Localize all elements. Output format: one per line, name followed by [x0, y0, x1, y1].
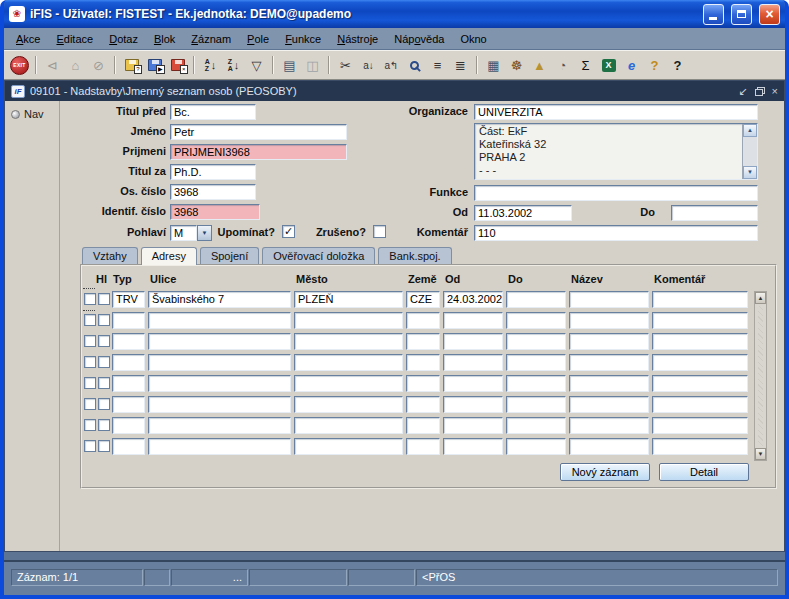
- row-checkbox[interactable]: [98, 419, 110, 431]
- cell-ulice[interactable]: [148, 375, 291, 392]
- row-checkbox[interactable]: [98, 314, 110, 326]
- cell-zeme[interactable]: [406, 417, 440, 434]
- minimize-button[interactable]: [703, 4, 724, 25]
- cell-ulice[interactable]: [148, 417, 291, 434]
- find-icon[interactable]: [403, 54, 426, 76]
- cell-do[interactable]: [506, 354, 566, 371]
- address-scrollbar[interactable]: ▲ ▼: [742, 124, 757, 179]
- cell-ulice[interactable]: [148, 333, 291, 350]
- row-checkbox[interactable]: [98, 440, 110, 452]
- row-checkbox[interactable]: [84, 377, 96, 389]
- cell-nazev[interactable]: [569, 396, 649, 413]
- gauge-icon[interactable]: ◔: [551, 54, 574, 76]
- row-checkbox[interactable]: [84, 356, 96, 368]
- title-bar[interactable]: ❀ iFIS - Uživatel: FISTEST - Ek.jednotka…: [4, 0, 785, 28]
- cell-ulice[interactable]: [148, 354, 291, 371]
- cell-nazev[interactable]: [569, 333, 649, 350]
- cell-od[interactable]: [443, 375, 503, 392]
- cell-zeme[interactable]: [406, 438, 440, 455]
- od-input[interactable]: 11.03.2002: [474, 205, 572, 221]
- row-checkbox[interactable]: [84, 293, 96, 305]
- menu-item-okno[interactable]: Okno: [452, 30, 494, 48]
- save-query-icon[interactable]: ?: [120, 54, 143, 76]
- cell-typ[interactable]: [112, 312, 145, 329]
- row-checkbox[interactable]: [84, 314, 96, 326]
- message-send-icon[interactable]: ⊲: [41, 54, 64, 76]
- cell-komentar[interactable]: [652, 396, 748, 413]
- organizace-input[interactable]: UNIVERZITA: [474, 104, 758, 120]
- cell-typ[interactable]: [112, 438, 145, 455]
- message-cancel-icon[interactable]: ⊘: [87, 54, 110, 76]
- tab-spojeni[interactable]: Spojení: [200, 247, 259, 264]
- menu-item-akce[interactable]: Akce: [8, 30, 48, 48]
- do-input[interactable]: [671, 205, 758, 221]
- browser-icon[interactable]: e: [620, 54, 643, 76]
- user-help-icon[interactable]: ?: [643, 54, 666, 76]
- cell-nazev[interactable]: [569, 354, 649, 371]
- mdi-close-icon[interactable]: ×: [772, 85, 778, 97]
- detail-button[interactable]: Detail: [659, 463, 749, 481]
- row-checkbox[interactable]: [98, 293, 110, 305]
- cancel-query-icon[interactable]: ×: [166, 54, 189, 76]
- cell-typ[interactable]: [112, 417, 145, 434]
- mdi-minimize-icon[interactable]: ↙: [738, 85, 747, 98]
- cell-komentar[interactable]: [652, 312, 748, 329]
- cell-nazev[interactable]: [569, 438, 649, 455]
- cell-komentar[interactable]: [652, 354, 748, 371]
- record-list-icon[interactable]: ≡: [426, 54, 449, 76]
- cut-icon[interactable]: ✂: [334, 54, 357, 76]
- organizace-address-box[interactable]: Část: EkFKateřinská 32PRAHA 2- - - ▲ ▼: [474, 123, 758, 180]
- menu-item-pole[interactable]: Pole: [239, 30, 277, 48]
- titul-pred-input[interactable]: Bc.: [170, 104, 256, 120]
- cell-od[interactable]: 24.03.2002: [443, 291, 503, 308]
- context-help-icon[interactable]: ?: [666, 54, 689, 76]
- alert-icon[interactable]: ▲: [528, 54, 551, 76]
- cell-komentar[interactable]: [652, 438, 748, 455]
- row-checkbox[interactable]: [98, 356, 110, 368]
- cell-mesto[interactable]: PLZEŇ: [294, 291, 403, 308]
- cell-mesto[interactable]: [294, 354, 403, 371]
- funkce-input[interactable]: [474, 185, 758, 201]
- cell-nazev[interactable]: [569, 312, 649, 329]
- cell-komentar[interactable]: [652, 291, 748, 308]
- message-home-icon[interactable]: ⌂: [64, 54, 87, 76]
- cell-do[interactable]: [506, 396, 566, 413]
- cell-typ[interactable]: TRV: [112, 291, 145, 308]
- cell-ulice[interactable]: Švabinského 7: [148, 291, 291, 308]
- tab-overovacidolozka[interactable]: Ověřovací doložka: [262, 247, 375, 264]
- scroll-down-icon[interactable]: ▼: [743, 166, 757, 179]
- row-checkbox[interactable]: [84, 398, 96, 410]
- cell-od[interactable]: [443, 333, 503, 350]
- sort-ascending-icon[interactable]: AZ↓: [199, 54, 222, 76]
- identif-cislo-input[interactable]: 3968: [170, 204, 260, 220]
- row-checkbox[interactable]: [98, 377, 110, 389]
- new-record-button[interactable]: Nový záznam: [560, 463, 650, 481]
- cell-typ[interactable]: [112, 396, 145, 413]
- helm-icon[interactable]: ☸: [505, 54, 528, 76]
- cell-do[interactable]: [506, 375, 566, 392]
- cell-ulice[interactable]: [148, 438, 291, 455]
- prijmeni-input[interactable]: PRIJMENI3968: [170, 144, 347, 160]
- titul-za-input[interactable]: Ph.D.: [170, 164, 256, 180]
- nav-item[interactable]: Nav: [5, 108, 59, 120]
- copy-field-icon[interactable]: a↓: [357, 54, 380, 76]
- cell-nazev[interactable]: [569, 417, 649, 434]
- block-list-icon[interactable]: ≣: [449, 54, 472, 76]
- exit-icon[interactable]: EXIT: [8, 54, 31, 76]
- os-cislo-input[interactable]: 3968: [170, 184, 256, 200]
- cell-mesto[interactable]: [294, 396, 403, 413]
- cell-mesto[interactable]: [294, 417, 403, 434]
- copy-record-icon[interactable]: a↰: [380, 54, 403, 76]
- cell-od[interactable]: [443, 396, 503, 413]
- cell-komentar[interactable]: [652, 417, 748, 434]
- row-checkbox[interactable]: [98, 335, 110, 347]
- cell-typ[interactable]: [112, 375, 145, 392]
- menu-item-napoveda[interactable]: Nápověda: [386, 30, 452, 48]
- mdi-restore-icon[interactable]: [755, 87, 765, 96]
- cell-do[interactable]: [506, 291, 566, 308]
- menu-item-zaznam[interactable]: Záznam: [183, 30, 239, 48]
- print-preview-icon[interactable]: ◫: [301, 54, 324, 76]
- cell-do[interactable]: [506, 438, 566, 455]
- cell-zeme[interactable]: [406, 312, 440, 329]
- filter-icon[interactable]: ▽: [245, 54, 268, 76]
